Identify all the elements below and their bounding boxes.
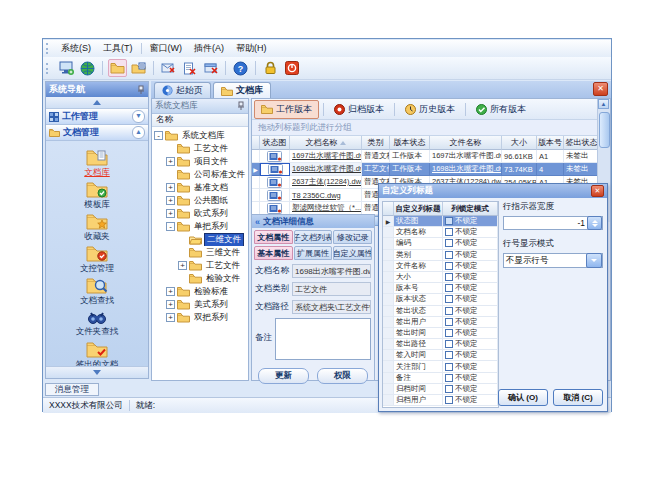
size-cell[interactable]: 73.74KB xyxy=(502,163,537,176)
computer-button[interactable] xyxy=(57,59,76,77)
lock-checkbox[interactable] xyxy=(445,217,453,225)
status-cell[interactable] xyxy=(260,189,290,202)
lock-checkbox[interactable] xyxy=(445,228,453,236)
expand-toggle[interactable]: + xyxy=(166,209,175,218)
folder-view-button[interactable] xyxy=(129,59,148,77)
document-category-value[interactable]: 工艺文件 xyxy=(292,282,371,296)
scroll-up-button[interactable]: ▲ xyxy=(598,99,609,109)
column-header-version[interactable]: 版本号 xyxy=(537,136,564,150)
spinner-buttons[interactable] xyxy=(587,216,602,230)
document-name-value[interactable]: 1698出水嘴零件图.dwg xyxy=(292,264,371,278)
grid-row-title[interactable]: 签入时间 xyxy=(394,350,443,361)
grid-row-title[interactable]: 签出路径 xyxy=(394,339,443,350)
checkout-cell[interactable]: 未签出 xyxy=(564,163,600,176)
grid-lock-cell[interactable]: 不锁定 xyxy=(443,216,498,227)
expand-toggle[interactable]: + xyxy=(166,157,175,166)
tree-node[interactable]: +项目文件 xyxy=(152,155,248,168)
version-state-cell[interactable]: 工作版本 xyxy=(390,150,430,163)
pin-icon[interactable] xyxy=(137,85,145,95)
lock-checkbox[interactable] xyxy=(445,374,453,382)
row-number-mode-select[interactable]: 不显示行号 xyxy=(503,253,603,268)
lock-checkbox[interactable] xyxy=(445,307,453,315)
file-name-cell[interactable]: 1698出水嘴零件图.dwg xyxy=(430,163,502,176)
grid-row-title[interactable]: 大小 xyxy=(394,272,443,283)
grid-lock-cell[interactable]: 不锁定 xyxy=(443,361,498,372)
lock-checkbox[interactable] xyxy=(445,329,453,337)
expand-toggle[interactable]: + xyxy=(166,196,175,205)
lock-checkbox[interactable] xyxy=(445,351,453,359)
menu-help[interactable]: 帮助(H) xyxy=(230,40,273,57)
grid-row-title[interactable]: 关注部门 xyxy=(394,361,443,372)
card-delete-button[interactable] xyxy=(201,59,220,77)
grid-lock-mode-header[interactable]: 列锁定模式 xyxy=(443,202,498,216)
note-input[interactable] xyxy=(275,318,371,360)
update-button[interactable]: 更新 xyxy=(258,368,309,384)
sidebar-group-documents[interactable]: 文档管理 ▲ xyxy=(46,125,148,141)
tree-node[interactable]: 公司标准文件 xyxy=(152,168,248,181)
message-management-tab[interactable]: 消息管理 xyxy=(45,383,99,396)
confirm-button[interactable]: 确认 (O) xyxy=(498,389,548,406)
expand-toggle[interactable]: + xyxy=(166,287,175,296)
lock-checkbox[interactable] xyxy=(445,385,453,393)
tab-document-properties[interactable]: 文档属性 xyxy=(254,230,293,244)
sidebar-item-document-search[interactable]: 文档查找 xyxy=(46,275,148,307)
grid-lock-cell[interactable]: 不锁定 xyxy=(443,317,498,328)
lock-button[interactable] xyxy=(261,59,280,77)
size-cell[interactable]: 96.61KB xyxy=(502,150,537,163)
pin-icon[interactable] xyxy=(237,101,245,111)
grid-lock-cell[interactable]: 不锁定 xyxy=(443,227,498,238)
lock-checkbox[interactable] xyxy=(445,396,453,404)
permission-button[interactable]: 权限 xyxy=(317,368,368,384)
grid-lock-cell[interactable]: 不锁定 xyxy=(443,283,498,294)
document-name-cell[interactable]: 2637主体(12284).dwg xyxy=(290,176,362,189)
grid-lock-cell[interactable]: 不锁定 xyxy=(443,294,498,305)
tab-basic-properties[interactable]: 基本属性 xyxy=(254,246,293,260)
row-indicator-width-spinner[interactable]: -1 xyxy=(503,216,603,230)
archive-version-button[interactable]: 归档版本 xyxy=(328,101,390,118)
menu-system[interactable]: 系统(S) xyxy=(55,40,97,57)
tree-node[interactable]: +公共图纸 xyxy=(152,194,248,207)
tab-extended-properties[interactable]: 扩展属性 xyxy=(294,246,333,260)
collapse-toggle[interactable]: - xyxy=(154,131,163,140)
tab-document-library[interactable]: 文档库 xyxy=(213,82,271,98)
tree-column-header[interactable]: 名称 xyxy=(152,114,248,127)
column-header-version-state[interactable]: 版本状态 xyxy=(390,136,430,150)
sidebar-scroll-down[interactable] xyxy=(46,366,148,378)
tree-node[interactable]: +美式系列 xyxy=(152,298,248,311)
grid-lock-cell[interactable]: 不锁定 xyxy=(443,339,498,350)
collapse-chevron-icon[interactable]: « xyxy=(255,217,260,227)
document-name-cell[interactable]: 1697出水嘴零件图.dwg xyxy=(290,150,362,163)
document-name-cell[interactable]: T8 2356C.dwg xyxy=(290,189,362,202)
grid-row-title[interactable]: 状态图 xyxy=(394,216,443,227)
document-path-value[interactable]: 系统文档夹\工艺文件\ xyxy=(292,300,371,314)
category-cell[interactable]: 工艺文件 xyxy=(362,163,390,176)
tree-node[interactable]: +基准文档 xyxy=(152,181,248,194)
grid-row-title[interactable]: 签出用户 xyxy=(394,317,443,328)
work-version-button[interactable]: 工作版本 xyxy=(254,100,319,119)
mail-delete-button[interactable] xyxy=(159,59,178,77)
expand-toggle[interactable]: + xyxy=(178,261,187,270)
grid-row-title[interactable]: 归档用户 xyxy=(394,395,443,406)
column-header-category[interactable]: 类别 xyxy=(362,136,390,150)
grid-lock-cell[interactable]: 不锁定 xyxy=(443,272,498,283)
checkout-cell[interactable]: 未签出 xyxy=(564,150,600,163)
lock-checkbox[interactable] xyxy=(445,284,453,292)
sidebar-group-work[interactable]: 工作管理 ▼ xyxy=(46,109,148,125)
menu-tools[interactable]: 工具(T) xyxy=(97,40,139,57)
grid-lock-cell[interactable]: 不锁定 xyxy=(443,373,498,384)
status-cell[interactable] xyxy=(260,163,290,176)
dialog-close-button[interactable]: ✕ xyxy=(591,185,604,197)
status-cell[interactable] xyxy=(260,150,290,163)
tree-node[interactable]: +欧式系列 xyxy=(152,207,248,220)
grid-row-title[interactable]: 版本状态 xyxy=(394,294,443,305)
tree-node[interactable]: +检验标准 xyxy=(152,285,248,298)
version-cell[interactable]: A1 xyxy=(537,150,564,163)
tree-node-selected[interactable]: 二维文件 xyxy=(152,233,248,246)
help-button[interactable]: ? xyxy=(231,59,250,77)
grid-lock-cell[interactable]: 不锁定 xyxy=(443,238,498,249)
column-header-checkout[interactable]: 签出状态 xyxy=(564,136,600,150)
document-name-cell[interactable]: 1698出水嘴零件图.dwg xyxy=(290,163,362,176)
expand-toggle[interactable]: + xyxy=(166,300,175,309)
group-by-bar[interactable]: 拖动列标题到此进行分组 xyxy=(252,120,610,136)
sidebar-item-favorites[interactable]: 收藏夹 xyxy=(46,211,148,243)
